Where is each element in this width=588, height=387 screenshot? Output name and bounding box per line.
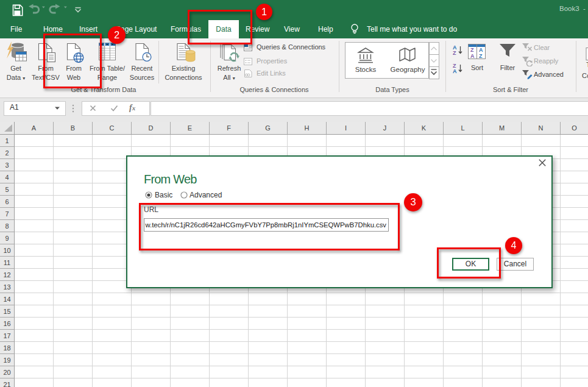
svg-text:Z: Z xyxy=(479,53,483,59)
svg-text:A: A xyxy=(479,47,483,53)
svg-text:Z: Z xyxy=(453,50,456,55)
svg-text:Z: Z xyxy=(470,47,474,53)
svg-text:A: A xyxy=(470,53,475,59)
